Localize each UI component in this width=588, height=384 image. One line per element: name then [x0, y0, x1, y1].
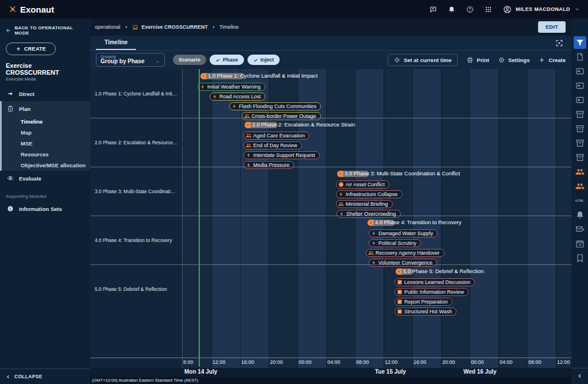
bolt-icon	[371, 231, 377, 236]
axis-tick-label: 16:00	[241, 359, 254, 365]
inject-pill[interactable]: Structured Hot Wash	[394, 308, 457, 316]
chip-scenario[interactable]: Scenario	[173, 55, 206, 65]
inject-pill[interactable]: Aged Care Evacuation	[243, 132, 310, 140]
collapse-rail-button[interactable]	[571, 368, 588, 384]
bell-icon[interactable]	[448, 6, 455, 13]
inject-pill[interactable]: Flash Flooding Cuts Communities	[229, 102, 321, 110]
inject-pill[interactable]: Damaged Water Supply	[369, 229, 438, 237]
print-button[interactable]: Print	[467, 57, 489, 63]
help-icon[interactable]	[466, 6, 474, 13]
axis-tick-label: 16:00	[413, 359, 427, 365]
chip-inject[interactable]: Inject	[247, 55, 280, 65]
fullscreen-icon[interactable]	[555, 39, 563, 47]
phase-dot-icon	[369, 221, 373, 225]
grid-icon[interactable]	[485, 6, 492, 13]
row-label: 4.0 Phase 4: Transition to Recovery	[90, 216, 183, 264]
sidebar-item-timeline[interactable]: Timeline	[2, 116, 90, 127]
axis-dates-row: Mon 14 JulyTue 15 JulyWed 16 July	[90, 368, 571, 377]
inject-pill[interactable]: Infrastructure Collapse	[336, 190, 403, 198]
inject-pill[interactable]: Shelter Overcrowding	[336, 210, 401, 218]
document-rail-icon[interactable]	[575, 52, 585, 62]
phase-dot-icon	[397, 270, 401, 274]
inject-pill[interactable]: Cross-border Power Outage	[242, 112, 321, 120]
phase-dot-icon	[246, 123, 250, 127]
tab-timeline[interactable]: Timeline	[96, 36, 136, 50]
collapse-sidebar-button[interactable]: COLLAPSE	[0, 368, 90, 384]
axis-tick-label: 20:00	[442, 359, 455, 365]
sidebar-item-direct[interactable]: Direct	[0, 86, 90, 101]
axis-tick-label: 20:00	[270, 359, 283, 365]
phase-bar-label: 3.0 Phase 3: Multi-State Coordination & …	[345, 170, 460, 176]
people-rail-icon[interactable]	[575, 167, 585, 176]
mail-send-rail-icon[interactable]	[575, 225, 585, 234]
sidebar-item-plan[interactable]: Plan	[2, 101, 90, 116]
card-rail-icon[interactable]	[575, 81, 585, 90]
chip-phase[interactable]: Phase	[210, 55, 244, 65]
set-at-current-time-button[interactable]: Set at current time	[388, 54, 458, 66]
create-button[interactable]: Create	[539, 57, 566, 63]
breadcrumb-item-operational[interactable]: operational	[95, 24, 121, 30]
inject-pill[interactable]: Volunteer Convergence	[369, 259, 437, 267]
filter-rail-icon[interactable]	[574, 36, 586, 49]
sidebar-item-evaluate[interactable]: Evaluate	[0, 171, 90, 186]
axis-date-label: Wed 16 July	[463, 368, 497, 375]
event-check-rail-icon[interactable]	[575, 239, 585, 248]
inject-pill[interactable]: Interstate Support Request	[243, 151, 320, 159]
sidebar-item-information-sets[interactable]: Information Sets	[0, 201, 90, 216]
plus-icon	[16, 46, 21, 52]
create-button[interactable]: CREATE	[6, 43, 56, 55]
inject-pill[interactable]: Initial Weather Warning	[198, 83, 265, 91]
inject-pill[interactable]: Lessons Learned Discussion	[394, 278, 475, 286]
sidebar-item-resources[interactable]: Resources	[2, 149, 90, 160]
axis-line	[90, 358, 571, 358]
card-rail-icon[interactable]	[575, 95, 585, 105]
inject-pill[interactable]: Ministerial Briefing	[336, 200, 393, 208]
inject-pill[interactable]: Recovery Agency Handover	[366, 249, 444, 257]
inject-pill[interactable]: End of Day Review	[243, 141, 302, 149]
inject-pill[interactable]: Report Preparation	[394, 298, 452, 306]
inject-label: Lessons Learned Discussion	[404, 279, 470, 285]
current-time-line	[199, 69, 200, 367]
edit-button[interactable]: EDIT	[538, 21, 566, 33]
back-to-operational-mode-link[interactable]: BACK TO OPERATIONAL MODE	[0, 18, 90, 38]
people-rail-icon[interactable]	[575, 182, 585, 191]
user-menu[interactable]: MILES MACDONALD	[503, 5, 580, 14]
breadcrumb-item-timeline[interactable]: Timeline	[219, 24, 239, 30]
axis-tick-label: 8:00	[183, 359, 194, 365]
breadcrumb-chevron-icon	[124, 25, 129, 29]
inject-label: Ministerial Briefing	[346, 201, 388, 207]
row-label-text: 3.0 Phase 3: Multi-State Coordination & …	[95, 189, 178, 194]
settings-button[interactable]: Settings	[498, 57, 529, 63]
archive-rail-icon[interactable]	[575, 153, 585, 162]
chip-label: Scenario	[179, 57, 200, 63]
html-rail-icon[interactable]: HTML	[575, 196, 584, 205]
inject-label: Aged Care Evacuation	[253, 133, 305, 139]
grouping-select[interactable]: Grouping Group by Phase	[96, 53, 165, 67]
grid-line	[211, 69, 212, 368]
inject-label: Damaged Water Supply	[378, 231, 433, 236]
topbar-actions: MILES MACDONALD	[430, 5, 580, 14]
clipboard-icon	[7, 105, 14, 112]
timeline-footer: (GMT+10:00) Australian Eastern Standard …	[90, 377, 571, 384]
topbar: Exonaut MILES MACDONALD	[0, 0, 588, 18]
inject-pill[interactable]: Public Information Review	[394, 288, 469, 296]
sidebar-item-objective-mse-allocation[interactable]: Objective/MSE allocation	[2, 160, 90, 171]
archive-rail-icon[interactable]	[575, 139, 585, 148]
inject-pill[interactable]: Road Access Lost	[210, 93, 265, 101]
archive-rail-icon[interactable]	[575, 110, 585, 119]
sidebar-item-mse[interactable]: MSE	[2, 138, 90, 149]
archive-rail-icon[interactable]	[575, 124, 585, 133]
chat-icon[interactable]	[430, 6, 437, 13]
arrow-right-icon	[7, 90, 14, 97]
breadcrumb-item-exercise[interactable]: Exercise CROSSCURRENT	[142, 24, 208, 30]
card-rail-icon[interactable]	[575, 67, 585, 76]
bell-rail-icon[interactable]	[575, 210, 585, 220]
book-rail-icon[interactable]	[575, 254, 585, 263]
tab-bar: Timeline	[90, 36, 571, 51]
inject-label: Recovery Agency Handover	[376, 250, 440, 256]
sidebar-item-map[interactable]: Map	[2, 127, 90, 138]
inject-pill[interactable]: Air Asset Conflict	[336, 181, 389, 189]
inject-pill[interactable]: Political Scrutiny	[369, 239, 421, 247]
bolt-icon	[338, 191, 344, 197]
inject-pill[interactable]: Media Pressure	[243, 161, 294, 169]
